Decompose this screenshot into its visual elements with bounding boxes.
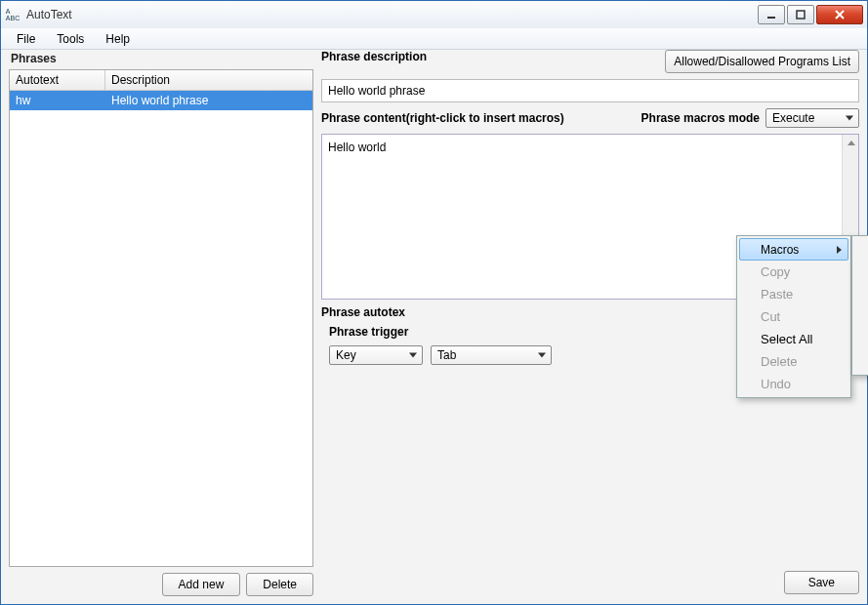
ctx-undo[interactable]: Undo bbox=[739, 373, 848, 395]
ctx-copy[interactable]: Copy bbox=[739, 261, 848, 283]
submenu-random-number-macros[interactable]: Random Number Macros bbox=[854, 305, 868, 328]
phrase-description-label: Phrase description bbox=[321, 50, 427, 63]
scroll-up-icon[interactable] bbox=[843, 135, 859, 151]
ctx-select-all[interactable]: Select All bbox=[739, 328, 848, 350]
app-window: AABC AutoText File Tools Help Phrases Au… bbox=[0, 0, 868, 605]
phrase-content-label: Phrase content(right-click to insert mac… bbox=[321, 111, 564, 125]
delete-button[interactable]: Delete bbox=[246, 573, 313, 596]
context-menu: Macros Copy Paste Cut Select All Delete … bbox=[736, 235, 851, 398]
minimize-button[interactable] bbox=[758, 5, 785, 24]
submenu-datetime-macros[interactable]: Date And Time Macros bbox=[854, 261, 868, 283]
col-description[interactable]: Description bbox=[105, 70, 312, 90]
ctx-delete[interactable]: Delete bbox=[739, 350, 848, 373]
chevron-right-icon bbox=[837, 246, 842, 254]
phrases-title: Phrases bbox=[9, 50, 313, 69]
phrases-table[interactable]: Autotext Description hw Hello world phra… bbox=[9, 69, 313, 567]
trigger-key-select[interactable]: Tab bbox=[431, 345, 552, 365]
submenu-insert-file-macros[interactable]: Insert File Contents Macros bbox=[854, 328, 868, 350]
submenu-env-macros[interactable]: Environment Variable Macros bbox=[854, 350, 868, 373]
menu-file[interactable]: File bbox=[7, 30, 45, 48]
close-button[interactable] bbox=[816, 5, 863, 24]
phrase-description-input[interactable]: Hello world phrase bbox=[321, 79, 859, 102]
phrase-autotext-label: Phrase autotex bbox=[321, 305, 405, 319]
phrase-content-text: Hello world bbox=[328, 141, 386, 154]
maximize-button[interactable] bbox=[787, 5, 814, 24]
menubar: File Tools Help bbox=[1, 28, 867, 50]
app-icon: AABC bbox=[5, 7, 21, 22]
save-button[interactable]: Save bbox=[784, 571, 859, 594]
cell-description: Hello world phrase bbox=[105, 91, 312, 110]
svg-rect-1 bbox=[797, 11, 805, 19]
ctx-cut[interactable]: Cut bbox=[739, 305, 848, 328]
allowed-programs-button[interactable]: Allowed/Disallowed Programs List bbox=[665, 50, 859, 73]
menu-tools[interactable]: Tools bbox=[47, 30, 94, 48]
submenu-random-text-macros[interactable]: Random Text Macros bbox=[854, 283, 868, 305]
submenu-key-macros[interactable]: Key Macros bbox=[854, 238, 868, 261]
app-title: AutoText bbox=[26, 8, 72, 21]
macros-mode-select[interactable]: Execute bbox=[765, 108, 859, 128]
titlebar: AABC AutoText bbox=[1, 1, 867, 28]
col-autotext[interactable]: Autotext bbox=[10, 70, 105, 90]
add-new-button[interactable]: Add new bbox=[162, 573, 241, 596]
macros-mode-label: Phrase macros mode bbox=[641, 111, 760, 125]
cell-autotext: hw bbox=[10, 91, 105, 110]
menu-help[interactable]: Help bbox=[96, 30, 140, 48]
ctx-paste[interactable]: Paste bbox=[739, 283, 848, 305]
phrases-header: Autotext Description bbox=[10, 70, 312, 91]
trigger-type-select[interactable]: Key bbox=[329, 345, 423, 365]
table-row[interactable]: hw Hello world phrase bbox=[10, 91, 312, 110]
context-submenu: Key Macros Date And Time Macros Random T… bbox=[851, 235, 868, 376]
ctx-macros[interactable]: Macros bbox=[739, 238, 848, 261]
